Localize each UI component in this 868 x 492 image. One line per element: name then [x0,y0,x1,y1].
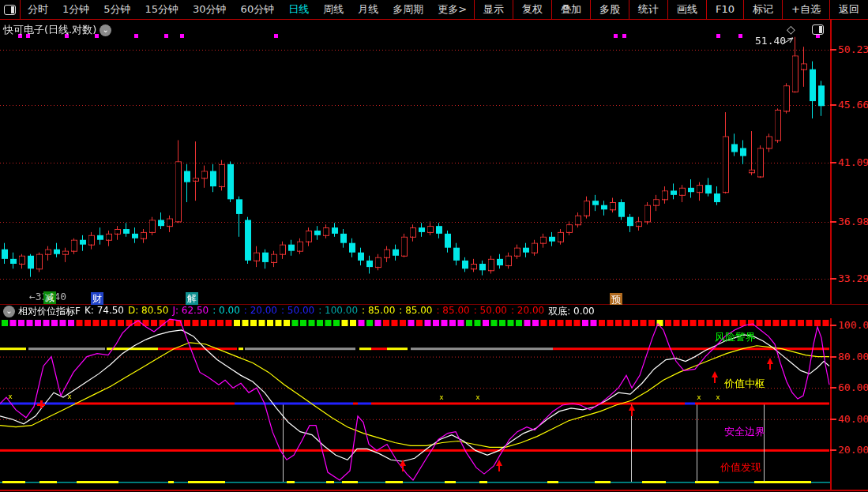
price-axis-label: 50.23 [838,43,868,55]
menu-item-+自选[interactable]: +自选 [782,0,829,19]
diamond-icon[interactable]: ◇ [787,23,795,36]
price-axis-label: 36.98 [838,216,868,227]
menu-item-月线[interactable]: 月线 [351,0,385,19]
indicator-label: 安全边界 [724,425,765,439]
stock-title: 快可电子(日线.对数) [3,23,96,37]
menu-item-显示[interactable]: 显示 [474,0,513,19]
price-axis-label: 33.29 [838,272,868,284]
event-dot [716,34,720,38]
indicator-header-part: : 85.00 [362,305,395,318]
menu-item-周线[interactable]: 周线 [316,0,351,19]
indicator-header-part: K: 74.50 [85,305,124,318]
menu-item-叠加[interactable]: 叠加 [551,0,590,19]
indicator-label: 价值中枢 [724,377,765,391]
menu-item-1分钟[interactable]: 1分钟 [55,0,96,19]
event-dot [738,34,742,38]
indicator-header-part: 双底: 0.00 [548,305,595,318]
menu-item-日线[interactable]: 日线 [281,0,316,19]
indicator-label: 价值发现 [720,460,761,475]
menu-item-多周期[interactable]: 多周期 [385,0,430,19]
indicator-header-part: : 20.00 [511,305,544,318]
indicator-axis-label-tick [830,419,836,420]
indicator-axis-label: 80.00 [838,351,868,362]
event-dot [274,34,278,38]
indicator-chevron-icon[interactable]: ⌄ [3,306,15,317]
indicator-axis-label-tick [830,387,836,389]
menu-item-F10[interactable]: F10 [706,0,743,19]
menu-item-分时[interactable]: 分时 [21,0,55,19]
indicator-header-part: : 50.00 [474,305,507,318]
event-dot [180,34,184,38]
indicator-header: ⌄ 相对价位指标FK: 74.50D: 80.50J: 62.50: 0.00:… [0,305,868,318]
event-badge-减[interactable]: 减 [43,291,56,304]
menu-item-返回[interactable]: 返回 [829,0,868,19]
top-menubar: 分时1分钟5分钟15分钟30分钟60分钟日线周线月线多周期更多> 显示复权叠加多… [0,0,868,20]
event-dot [134,34,138,38]
event-dot [622,34,626,38]
indicator-header-part: : 50.00 [281,305,314,318]
menu-item-统计[interactable]: 统计 [629,0,667,19]
indicator-axis-label: 40.00 [838,413,868,425]
menu-item-画线[interactable]: 画线 [667,0,706,19]
period-menu: 分时1分钟5分钟15分钟30分钟60分钟日线周线月线多周期更多> [21,0,474,19]
price-axis-label: 41.09 [838,156,868,168]
maximize-pane-icon[interactable] [812,24,824,35]
indicator-header-part: : 0.00 [212,305,240,318]
event-badge-解[interactable]: 解 [186,292,198,305]
price-axis-label-tick [830,104,836,106]
panel-layout-button[interactable] [0,0,21,19]
indicator-header-part: : 85.00 [399,305,432,318]
indicator-axis-label-tick [830,449,836,451]
tools-menu: 显示复权叠加多股统计画线F10标记+自选返回 [474,0,868,19]
chevron-down-icon[interactable]: ⌄ [100,24,111,36]
indicator-axis-label-tick [830,356,836,358]
price-axis-label-tick [830,49,836,51]
event-badge-财[interactable]: 财 [91,292,103,305]
menu-item-15分钟[interactable]: 15分钟 [138,0,186,19]
indicator-axis-label: 60.00 [838,381,868,393]
main-chart-canvas[interactable] [0,20,830,304]
price-axis-label-tick [830,162,836,163]
panel-layout-icon [4,5,16,15]
indicator-header-part: J: 62.50 [172,305,209,318]
bottom-border [0,490,868,491]
event-dot [614,34,618,38]
indicator-label: 风险警界 [715,330,756,344]
tdx-window: 分时1分钟5分钟15分钟30分钟60分钟日线周线月线多周期更多> 显示复权叠加多… [0,0,868,492]
indicator-header-part: : 85.00 [437,305,470,318]
indicator-values: 相对价位指标FK: 74.50D: 80.50J: 62.50: 0.00: 2… [18,305,599,318]
indicator-canvas[interactable] [0,318,830,490]
indicator-axis-label: 20.00 [838,444,868,456]
chart-title-row: 快可电子(日线.对数) ⌄ [3,23,111,37]
indicator-header-part: D: 80.50 [128,305,168,318]
indicator-header-part: : 20.00 [244,305,277,318]
event-dot [164,34,168,38]
indicator-header-part: : 100.00 [318,305,358,318]
menu-item-5分钟[interactable]: 5分钟 [96,0,137,19]
menu-item-复权[interactable]: 复权 [513,0,551,19]
high-price-label: 51.40 [755,35,786,47]
menu-item-更多>[interactable]: 更多> [430,0,474,19]
menu-item-30分钟[interactable]: 30分钟 [186,0,234,19]
price-axis-label-tick [830,278,836,280]
indicator-axis-label-tick [830,325,836,326]
indicator-header-part: 相对价位指标F [18,305,81,318]
price-axis-label-tick [830,221,836,223]
event-badge-预[interactable]: 预 [610,293,622,306]
menu-item-60分钟[interactable]: 60分钟 [234,0,282,19]
menu-item-多股[interactable]: 多股 [590,0,629,19]
price-axis-label: 45.66 [838,99,868,111]
indicator-axis-label: 100.00 [838,319,868,331]
menu-item-标记[interactable]: 标记 [743,0,782,19]
